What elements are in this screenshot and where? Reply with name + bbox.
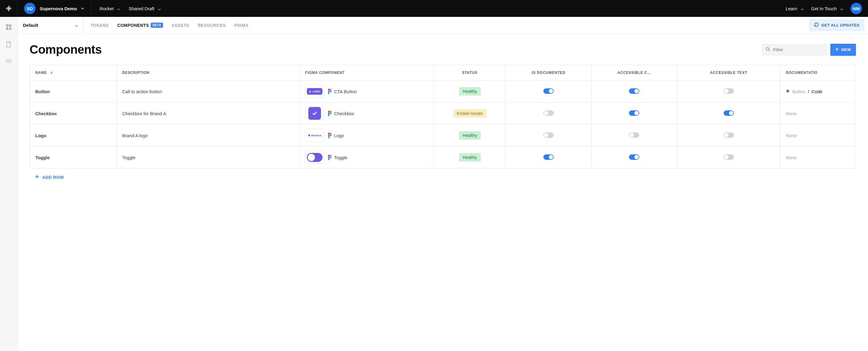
toggle-switch[interactable] [629,88,639,94]
new-button[interactable]: NEW [830,44,856,56]
description-cell[interactable]: Brand A logo [117,124,300,147]
topbar-item-label: Shared Draft [129,6,154,11]
tab-label: COMPONENTS [117,23,149,28]
workspace-name: Supernova Demo [40,6,77,11]
toggle-switch[interactable] [724,154,734,160]
brand-dropdown[interactable]: Default [18,17,84,33]
figma-cell[interactable]: Toggle [300,147,434,168]
figma-cell[interactable]: LABELCTA Button [300,81,434,103]
figma-icon [328,155,332,160]
get-all-updates-button[interactable]: GET ALL UPDATES [809,19,864,31]
table-row: CheckboxCheckbox for Brand ACheckboxKnow… [30,103,856,124]
doc-none: None [786,133,797,138]
user-avatar[interactable]: NM [850,3,862,14]
filter-input[interactable] [773,47,823,52]
tab-figma[interactable]: FIGMA [234,23,249,28]
toggle-switch[interactable] [724,133,734,138]
th-name[interactable]: NAME [30,65,117,81]
status-cell[interactable]: Healthy [434,81,506,103]
name-cell[interactable]: Logo [30,124,117,147]
th-documentation[interactable]: DOCUMENTATIO [780,65,856,81]
tab-assets[interactable]: ASSETS [172,23,189,28]
app-logo[interactable] [0,0,18,17]
tab-resources[interactable]: RESOURCES [198,23,226,28]
filter-input-wrap[interactable] [762,44,827,56]
th-status[interactable]: STATUS [434,65,506,81]
button-label: NEW [841,47,851,52]
th-figma[interactable]: FIGMA COMPONENT [300,65,434,81]
name-cell[interactable]: Toggle [30,147,117,168]
name-cell[interactable]: Checkbox [30,103,117,124]
subbar: Default TOKENS COMPONENTS BETA ASSETS RE… [18,17,868,34]
th-description[interactable]: DESCRIPTION [117,65,300,81]
figma-cell[interactable]: BRANDALogo [300,124,434,147]
topbar-item-shared-draft[interactable]: Shared Draft [129,6,161,11]
svg-point-22 [330,156,332,158]
svg-point-2 [9,28,11,30]
name-cell[interactable]: Button [30,81,117,103]
documentation-link[interactable]: Button / Code [786,89,850,94]
chevron-down-icon [158,6,161,11]
search-icon [766,47,770,52]
tabs: TOKENS COMPONENTS BETA ASSETS RESOURCES … [84,23,249,28]
topbar-item-rocket[interactable]: Rocket [99,6,120,11]
page-header: Components NEW [30,43,856,56]
toggle-switch[interactable] [724,88,734,94]
add-row-button[interactable]: ADD ROW [30,175,64,180]
figma-name: Checkbox [334,111,354,116]
chevron-down-icon [117,6,120,11]
tab-tokens[interactable]: TOKENS [90,23,109,28]
refresh-icon [814,22,819,28]
documentation-cell: None [780,103,856,124]
brand-label: Default [23,23,38,28]
figma-icon [328,111,332,116]
description-cell[interactable]: Call to action button [117,81,300,103]
toggle-switch[interactable] [544,154,554,160]
svg-point-8 [328,92,330,94]
code-icon[interactable] [5,59,12,64]
toggle-switch[interactable] [724,110,734,116]
topbar-item-label: Rocket [99,6,114,11]
doc-none: None [786,111,797,116]
plus-icon [35,175,39,180]
status-cell[interactable]: Known issues [434,103,506,124]
toggle-switch[interactable] [629,154,639,160]
components-table: NAME DESCRIPTION FIGMA COMPONENT STATUS … [30,65,856,169]
topbar-item-learn[interactable]: Learn [786,6,804,11]
topbar-right: Learn Get In Touch NM [786,3,862,14]
a11y-contrast-cell [592,147,677,168]
workspace-switcher[interactable]: SD Supernova Demo [18,0,91,17]
toggle-switch[interactable] [544,110,554,116]
description-cell[interactable]: Checkbox for Brand A [117,103,300,124]
th-a11y-contrast[interactable]: ACCESSIBLE C… [592,65,677,81]
document-icon[interactable] [6,41,11,48]
status-badge: Healthy [459,153,480,162]
svg-point-9 [328,111,330,113]
toggle-switch[interactable] [544,88,554,94]
figma-cell[interactable]: Checkbox [300,103,434,124]
toggle-switch[interactable] [629,133,639,138]
svg-point-13 [328,114,330,116]
a11y-contrast-cell [592,124,677,147]
status-cell[interactable]: Healthy [434,124,506,147]
th-documented[interactable]: IS DOCUMENTED [506,65,591,81]
chevron-down-icon [801,6,804,11]
figma-name: Logo [334,133,344,138]
svg-rect-0 [6,25,8,27]
toggle-switch[interactable] [544,133,554,138]
doc-path: Button [792,89,805,94]
documented-cell [506,147,591,168]
toggle-switch[interactable] [629,110,639,116]
svg-point-14 [328,133,330,135]
svg-point-15 [330,133,332,135]
description-cell[interactable]: Toggle [117,147,300,168]
th-a11y-text[interactable]: ACCESSIBLE TEXT [677,65,780,81]
figma-thumb: LABEL [305,85,324,98]
documented-cell [506,124,591,147]
status-cell[interactable]: Healthy [434,147,506,168]
doc-subpath: Code [812,89,823,94]
topbar-item-label: Learn [786,6,797,11]
topbar-item-get-in-touch[interactable]: Get In Touch [811,6,843,11]
design-tokens-icon[interactable] [6,24,12,31]
tab-components[interactable]: COMPONENTS BETA [117,23,163,28]
